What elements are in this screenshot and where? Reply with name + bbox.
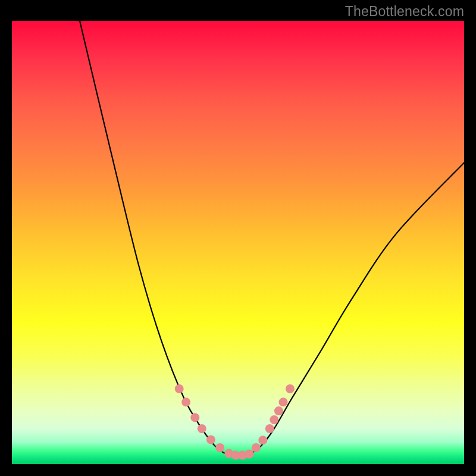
marker-group [175,384,295,460]
data-marker [206,436,215,444]
chart-svg [12,21,464,464]
data-marker [252,443,261,452]
data-marker [190,413,199,422]
data-marker [258,436,267,444]
watermark-text: TheBottleneck.com [345,4,464,20]
data-marker [175,384,184,393]
chart-frame: TheBottleneck.com [0,0,476,476]
bottleneck-curve [80,21,464,456]
data-marker [181,397,190,406]
plot-area [12,21,464,464]
data-marker [245,449,254,458]
data-marker [215,443,224,452]
data-marker [265,424,274,433]
data-marker [270,415,278,424]
data-marker [198,424,206,433]
data-marker [279,397,288,406]
data-marker [286,384,295,393]
data-marker [274,406,283,415]
